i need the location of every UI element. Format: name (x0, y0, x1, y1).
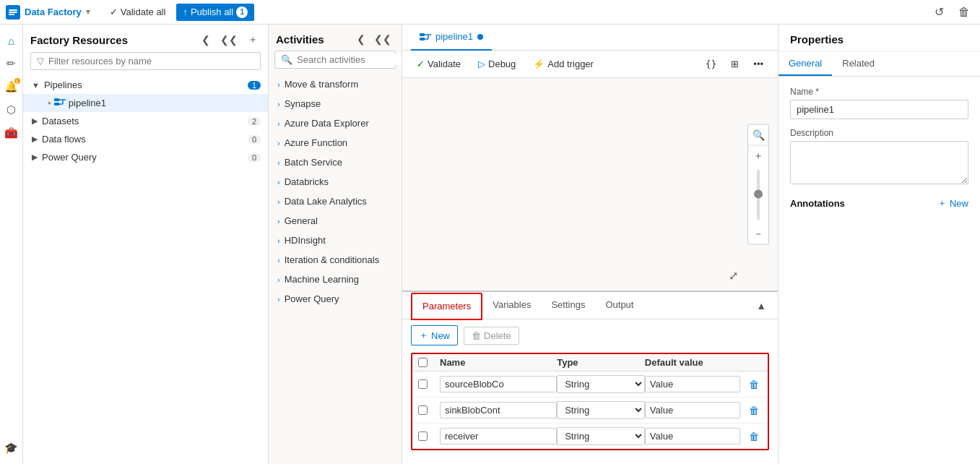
publish-badge: 1 (236, 7, 248, 18)
row2-delete-button[interactable]: 🗑 (746, 403, 762, 418)
activity-label: Data Lake Analytics (285, 196, 367, 207)
collapse-panel-button[interactable]: ❮ (199, 33, 213, 47)
pipeline-tab-bar: pipeline1 (402, 25, 778, 51)
row2-type-select[interactable]: StringBoolInt (557, 401, 645, 419)
activity-move-transform[interactable]: › Move & transform (269, 74, 402, 94)
zoom-out-button[interactable]: － (748, 224, 768, 244)
select-all-checkbox[interactable] (418, 358, 428, 367)
activity-databricks[interactable]: › Databricks (269, 172, 402, 192)
row3-delete-button[interactable]: 🗑 (746, 429, 762, 444)
props-tab-related[interactable]: Related (832, 52, 885, 76)
home-icon[interactable]: ⌂ (1, 30, 22, 51)
tree-item-pipelines[interactable]: ▼ Pipelines 1 (23, 76, 268, 94)
activity-label: Synapse (285, 98, 321, 109)
toolbar-right: {} ⊞ ••• (700, 56, 769, 72)
add-trigger-button[interactable]: ⚡ Add trigger (527, 56, 599, 72)
row3-check-cell (418, 431, 440, 441)
notification-icon[interactable]: 🔔 1 (1, 77, 22, 97)
validate-button[interactable]: ✓ Validate (411, 56, 467, 72)
name-input[interactable] (790, 100, 968, 119)
search-canvas-button[interactable]: 🔍 (748, 125, 768, 145)
new-parameter-button[interactable]: ＋ New (411, 325, 458, 345)
filter-resources-box: ▽ (30, 52, 261, 70)
row2-default-input[interactable] (645, 402, 740, 418)
brand-chevron[interactable]: ▾ (86, 7, 90, 17)
monitor-icon[interactable]: ⬡ (1, 100, 22, 120)
debug-button[interactable]: ▷ Debug (472, 56, 521, 72)
row3-checkbox[interactable] (418, 431, 428, 441)
tab-output[interactable]: Output (595, 292, 643, 319)
canvas-zoom-slider[interactable] (748, 166, 768, 224)
tree-item-dataflows[interactable]: ▶ Data flows 0 (23, 130, 268, 148)
new-annotation-button[interactable]: ＋ New (937, 197, 968, 210)
refresh-button[interactable]: ↺ (930, 4, 948, 20)
collapse-bottom-panel-button[interactable]: ▲ (753, 298, 769, 313)
activity-label: Azure Function (285, 137, 347, 148)
factory-panel-header: Factory Resources ❮ ❮❮ ＋ (23, 25, 268, 52)
new-parameter-label: New (431, 330, 450, 341)
delete-parameter-button[interactable]: 🗑 Delete (464, 327, 519, 345)
canvas-empty-area: 🔍 ＋ － ⤢ (402, 78, 778, 291)
activity-azure-function[interactable]: › Azure Function (269, 133, 402, 152)
validate-all-button[interactable]: ✓ Validate all (103, 4, 173, 20)
table-view-button[interactable]: ⊞ (725, 56, 745, 72)
tree-sub-pipeline1[interactable]: ● pipeline1 (23, 94, 268, 112)
more-actions-button[interactable]: ••• (747, 56, 769, 72)
activity-hdinsight[interactable]: › HDInsight (269, 231, 402, 250)
row3-name-input[interactable] (440, 428, 557, 444)
row2-checkbox[interactable] (418, 405, 428, 415)
row1-default-input[interactable] (645, 376, 740, 392)
tab-parameters[interactable]: Parameters (411, 293, 482, 320)
svg-rect-4 (54, 103, 59, 106)
publish-all-button[interactable]: ↑ Publish all 1 (176, 4, 254, 21)
zoom-in-button[interactable]: ＋ (748, 146, 768, 166)
tree-item-datasets[interactable]: ▶ Datasets 2 (23, 112, 268, 130)
fit-view-button[interactable]: ⤢ (729, 269, 743, 283)
row3-default-input[interactable] (645, 428, 740, 444)
canvas-zoom-controls: 🔍 ＋ － (747, 124, 769, 245)
activities-search-input[interactable] (297, 54, 402, 65)
debug-label: Debug (488, 59, 516, 69)
row1-name-input[interactable] (440, 376, 557, 392)
tab-settings[interactable]: Settings (541, 292, 595, 319)
collapse-all-button[interactable]: ❮❮ (217, 33, 240, 47)
description-textarea[interactable] (790, 141, 968, 184)
activity-synapse[interactable]: › Synapse (269, 94, 402, 113)
pipelines-label: Pipelines (44, 80, 248, 90)
activity-general[interactable]: › General (269, 211, 402, 231)
row1-delete-button[interactable]: 🗑 (746, 377, 762, 392)
param-row: StringBoolInt 🗑 (412, 398, 768, 424)
tree-item-powerquery[interactable]: ▶ Power Query 0 (23, 148, 268, 166)
row3-type-select[interactable]: StringBoolInt (557, 427, 645, 445)
pipeline1-tab[interactable]: pipeline1 (411, 25, 492, 51)
delete-topbar-button[interactable]: 🗑 (954, 4, 974, 20)
tab-variables[interactable]: Variables (482, 292, 541, 319)
toolbox-icon[interactable]: 🧰 (1, 123, 22, 143)
add-resource-button[interactable]: ＋ (245, 32, 261, 48)
validate-check-icon: ✓ (110, 7, 118, 17)
factory-panel-actions: ❮ ❮❮ ＋ (199, 32, 261, 48)
activity-chevron-icon: › (277, 178, 280, 186)
activities-collapse-all-button[interactable]: ❮❮ (371, 32, 394, 46)
row1-type-select[interactable]: StringBoolInt (557, 375, 645, 393)
row2-name-input[interactable] (440, 402, 557, 418)
activity-iteration-conditionals[interactable]: › Iteration & conditionals (269, 250, 402, 270)
activity-data-lake-analytics[interactable]: › Data Lake Analytics (269, 192, 402, 211)
props-tab-general[interactable]: General (779, 52, 832, 76)
add-trigger-label: Add trigger (547, 59, 594, 69)
description-field-label: Description (790, 128, 968, 138)
learn-icon[interactable]: 🎓 (1, 438, 22, 458)
activities-collapse-button[interactable]: ❮ (354, 32, 368, 46)
validate-all-label: Validate all (121, 7, 166, 17)
canvas-content: 🔍 ＋ － ⤢ Parameters (402, 78, 778, 464)
activity-power-query[interactable]: › Power Query (269, 289, 402, 309)
activity-azure-data-explorer[interactable]: › Azure Data Explorer (269, 113, 402, 133)
activity-batch-service[interactable]: › Batch Service (269, 152, 402, 172)
activity-machine-learning[interactable]: › Machine Learning (269, 270, 402, 289)
activity-chevron-icon: › (277, 295, 280, 304)
filter-resources-input[interactable] (48, 56, 254, 66)
name-field-label: Name * (790, 87, 968, 97)
code-view-button[interactable]: {} (700, 56, 723, 72)
row1-checkbox[interactable] (418, 379, 428, 389)
pencil-icon[interactable]: ✏ (1, 53, 22, 74)
